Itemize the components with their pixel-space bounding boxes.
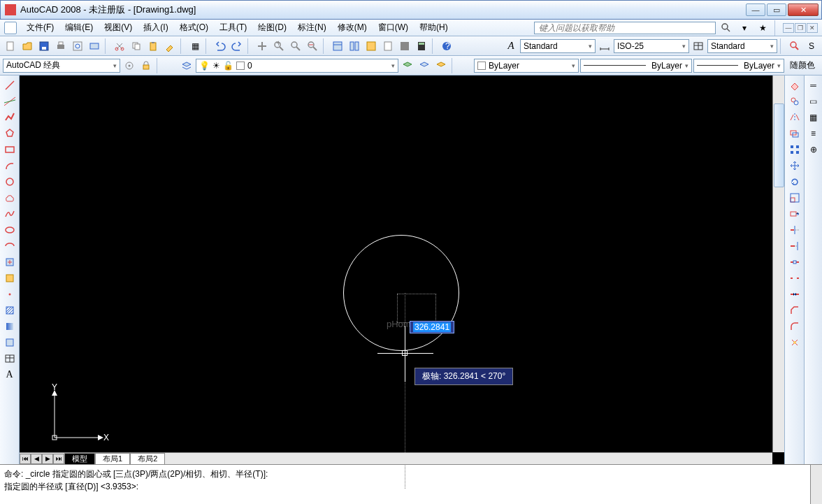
layer-match-icon[interactable] (433, 58, 449, 73)
arc-icon[interactable] (2, 159, 17, 173)
line-icon[interactable] (2, 78, 17, 92)
spline-icon[interactable] (2, 207, 17, 221)
block-editor-icon[interactable]: ▦ (187, 38, 203, 54)
color-combo[interactable]: ByLayer▾ (474, 59, 579, 73)
text-style-icon[interactable]: A (503, 38, 519, 54)
locate-point-icon[interactable]: ⊕ (806, 143, 821, 157)
break-icon[interactable] (787, 271, 802, 285)
text-style-combo[interactable]: Standard▾ (520, 39, 596, 53)
ellipse-icon[interactable] (2, 223, 17, 237)
point-icon[interactable] (2, 287, 17, 301)
plot-preview-icon[interactable] (70, 38, 85, 54)
mirror-icon[interactable] (787, 110, 802, 124)
toolbar-lock-icon[interactable] (138, 58, 154, 73)
layer-manager-icon[interactable] (179, 58, 194, 73)
dynamic-input[interactable]: 326.2841 (410, 321, 454, 333)
gradient-icon[interactable] (2, 319, 17, 333)
cut-icon[interactable] (112, 38, 127, 54)
hatch-icon[interactable] (2, 303, 17, 317)
menu-item[interactable]: 修改(M) (332, 19, 373, 36)
vertical-scrollbar[interactable] (772, 75, 784, 452)
app-menu-icon[interactable] (4, 22, 17, 34)
print-icon[interactable] (53, 38, 68, 54)
break-at-point-icon[interactable] (787, 255, 802, 269)
region-mass-icon[interactable]: ▦ (806, 110, 821, 124)
infocenter-dropdown-icon[interactable]: ▾ (737, 20, 752, 36)
rectangle-icon[interactable] (2, 143, 17, 157)
layer-states-icon[interactable] (400, 58, 415, 73)
copy-icon[interactable] (129, 38, 144, 54)
doc-minimize-button[interactable]: — (783, 23, 794, 33)
polyline-icon[interactable] (2, 110, 17, 124)
chamfer-icon[interactable] (787, 303, 802, 317)
doc-close-button[interactable]: ✕ (807, 23, 818, 33)
tab-layout2[interactable]: 布局2 (130, 453, 165, 465)
explode-icon[interactable] (787, 336, 802, 350)
linetype-combo[interactable]: ByLayer▾ (580, 59, 692, 73)
tab-prev-icon[interactable]: ◀ (31, 454, 42, 464)
table-style-icon[interactable] (691, 38, 706, 54)
menu-item[interactable]: 视图(V) (99, 19, 138, 36)
command-scrollbar[interactable] (810, 465, 822, 504)
extend-icon[interactable] (787, 239, 802, 253)
menu-item[interactable]: 格式(O) (174, 19, 214, 36)
tab-model[interactable]: 模型 (64, 453, 95, 465)
menu-item[interactable]: 文件(F) (21, 19, 59, 36)
drawing-area[interactable]: pHome.NET 326.2841 极轴: 326.2841 < 270° X… (20, 75, 784, 464)
tab-first-icon[interactable]: ⏮ (20, 454, 31, 464)
minimize-button[interactable]: — (746, 3, 765, 16)
menu-item[interactable]: 标注(N) (292, 19, 332, 36)
doc-restore-button[interactable]: ❐ (795, 23, 806, 33)
join-icon[interactable] (787, 287, 802, 301)
lineweight-combo[interactable]: ByLayer▾ (693, 59, 784, 73)
menu-item[interactable]: 帮助(H) (414, 19, 454, 36)
search-icon[interactable] (719, 20, 734, 36)
scale-icon[interactable] (787, 191, 802, 205)
menu-item[interactable]: 绘图(D) (252, 19, 292, 36)
command-window[interactable]: 命令: _circle 指定圆的圆心或 [三点(3P)/两点(2P)/相切、相切… (0, 464, 822, 504)
undo-icon[interactable] (212, 38, 228, 54)
dim-style-combo[interactable]: ISO-25▾ (614, 39, 689, 53)
publish-icon[interactable] (87, 38, 102, 54)
table-icon[interactable] (2, 352, 17, 366)
rotate-icon[interactable] (787, 175, 802, 189)
layer-previous-icon[interactable] (417, 58, 432, 73)
zoom-previous-icon[interactable] (305, 38, 320, 54)
dim-style-icon[interactable] (597, 38, 612, 54)
region-icon[interactable] (2, 336, 17, 350)
revision-cloud-icon[interactable] (2, 191, 17, 205)
sheet-set-icon[interactable] (380, 38, 396, 54)
copy-object-icon[interactable] (787, 94, 802, 108)
polygon-icon[interactable] (2, 127, 17, 141)
close-button[interactable]: ✕ (788, 3, 819, 16)
trim-icon[interactable] (787, 223, 802, 237)
tab-last-icon[interactable]: ⏭ (53, 454, 64, 464)
menu-item[interactable]: 编辑(E) (59, 19, 99, 36)
tab-next-icon[interactable]: ▶ (42, 454, 53, 464)
offset-icon[interactable] (787, 127, 802, 141)
circle-icon[interactable] (2, 175, 17, 189)
workspace-combo[interactable]: AutoCAD 经典▾ (3, 59, 120, 73)
distance-icon[interactable]: ═ (806, 78, 821, 92)
erase-icon[interactable] (787, 78, 802, 92)
design-center-icon[interactable] (347, 38, 362, 54)
menu-item[interactable]: 工具(T) (214, 19, 252, 36)
tool-palettes-icon[interactable] (363, 38, 379, 54)
array-icon[interactable] (787, 143, 802, 157)
help-search-input[interactable] (534, 22, 716, 34)
zoom-realtime-icon[interactable]: + (271, 38, 287, 54)
markup-icon[interactable] (397, 38, 412, 54)
insert-block-icon[interactable] (2, 255, 17, 269)
zoom-window-icon[interactable] (288, 38, 303, 54)
paste-icon[interactable] (145, 38, 161, 54)
list-icon[interactable]: ≡ (806, 127, 821, 141)
save-icon[interactable] (36, 38, 52, 54)
menu-item[interactable]: 窗口(W) (373, 19, 414, 36)
layer-combo[interactable]: 💡 ☀ 🔓 0 ▾ (196, 59, 398, 73)
maximize-button[interactable]: ▭ (767, 3, 786, 16)
area-icon[interactable]: ▭ (806, 94, 821, 108)
menu-item[interactable]: 插入(I) (138, 19, 173, 36)
construction-line-icon[interactable] (2, 94, 17, 108)
search-tool-icon[interactable] (787, 38, 802, 54)
mtext-icon[interactable]: A (2, 368, 17, 382)
